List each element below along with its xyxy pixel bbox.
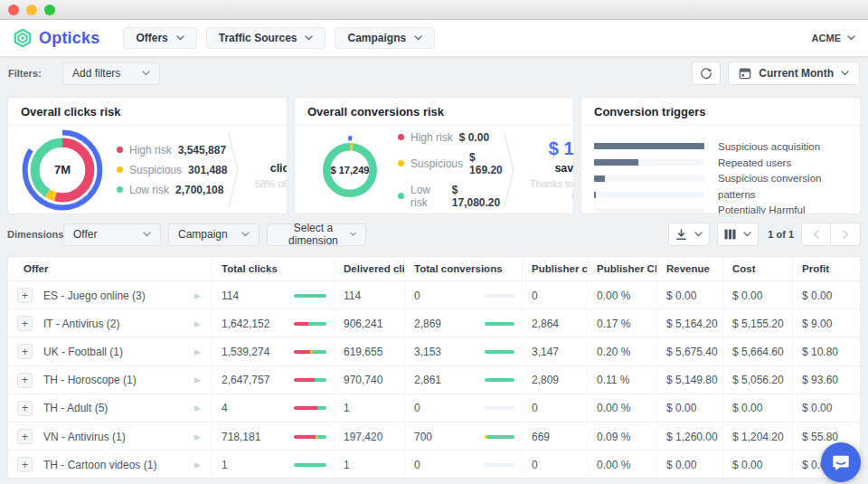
- row-drilldown-icon[interactable]: ▶: [194, 432, 201, 441]
- cost-value: $ 5,056.20: [732, 374, 784, 386]
- expand-row-button[interactable]: +: [17, 344, 33, 359]
- chevron-down-icon: [841, 71, 849, 76]
- intercom-chat-button[interactable]: [821, 442, 861, 482]
- calendar-icon: [739, 67, 751, 80]
- expand-row-button[interactable]: +: [17, 373, 33, 388]
- row-drilldown-icon[interactable]: ▶: [194, 375, 201, 384]
- opticks-logo-icon: [13, 28, 33, 48]
- total-conversions-value: 0: [414, 402, 420, 414]
- cost-value: $ 5,155.20: [732, 318, 784, 330]
- chat-bubble-icon: [831, 452, 851, 472]
- top-nav: Opticks Offers Traffic Sources Campaigns…: [0, 20, 868, 56]
- delivered-clicks-value: 619,655: [344, 346, 382, 358]
- columns-icon: [724, 229, 736, 240]
- profit-value: $ 55.80: [802, 431, 838, 443]
- low-risk-dot-icon: [398, 193, 404, 199]
- table-header: OfferTotal clicksDelivered clic...Total …: [8, 257, 860, 281]
- revenue-value: $ 5,675.40: [666, 346, 718, 358]
- chevron-down-icon: [142, 71, 150, 76]
- row-drilldown-icon[interactable]: ▶: [194, 319, 201, 328]
- dimension-select-2[interactable]: Campaign: [168, 223, 259, 246]
- revenue-value: $ 0.00: [666, 459, 696, 471]
- chevron-down-icon: [143, 232, 151, 237]
- offers-table: OfferTotal clicksDelivered clic...Total …: [7, 256, 861, 479]
- pagination-label: 1 of 1: [768, 229, 794, 240]
- trigger-label: Potentially Harmful Applications: [718, 203, 849, 214]
- refresh-button[interactable]: [692, 62, 721, 85]
- clicks-risk-donut: 7M: [21, 128, 104, 212]
- legend-item-high-risk: High risk 3,545,887: [117, 144, 227, 157]
- row-drilldown-icon[interactable]: ▶: [194, 347, 201, 356]
- next-page-button[interactable]: [831, 223, 861, 246]
- total-clicks-value: 2,647,757: [222, 374, 269, 386]
- row-drilldown-icon[interactable]: ▶: [194, 403, 201, 413]
- download-button[interactable]: [668, 223, 710, 246]
- previous-page-button[interactable]: [801, 223, 831, 246]
- nav-offers-label: Offers: [136, 32, 167, 44]
- expand-row-button[interactable]: +: [17, 288, 33, 303]
- legend-value: 301,488: [188, 164, 227, 176]
- table-row: +VN - Antivirus (1)▶718,181197,420700669…: [8, 422, 860, 451]
- window-close-button[interactable]: [8, 5, 19, 15]
- expand-row-button[interactable]: +: [17, 457, 33, 472]
- nav-menus: Offers Traffic Sources Campaigns: [123, 27, 435, 49]
- expand-row-button[interactable]: +: [17, 429, 33, 444]
- nav-offers-button[interactable]: Offers: [123, 27, 196, 49]
- offer-name: TH - Adult (5): [43, 402, 108, 414]
- highlight-subtext: 58% of clicks have been blocked: [245, 178, 288, 202]
- conv-risk-bar: [485, 294, 514, 298]
- total-conversions-value: 3,153: [414, 346, 441, 358]
- row-drilldown-icon[interactable]: ▶: [194, 460, 201, 470]
- publisher-conversions-value: 669: [532, 431, 550, 443]
- columns-button[interactable]: [717, 223, 759, 246]
- legend-value: $ 169.20: [469, 151, 503, 176]
- card-title: Conversion triggers: [581, 98, 860, 126]
- conv-risk-bar: [485, 435, 514, 439]
- publisher-cr-value: 0.09 %: [597, 431, 630, 443]
- dimension-select-1[interactable]: Offer: [63, 223, 161, 246]
- total-conversions-value: 0: [414, 459, 420, 471]
- window-zoom-button[interactable]: [44, 5, 55, 15]
- cost-value: $ 0.00: [732, 402, 762, 414]
- total-clicks-value: 4: [222, 402, 228, 414]
- legend-label: High risk: [410, 131, 453, 144]
- publisher-conversions-value: 0: [532, 402, 538, 414]
- date-range-select[interactable]: Current Month: [728, 62, 860, 85]
- highlight-label: saved cost: [521, 162, 574, 175]
- dimension-select-2-value: Campaign: [178, 228, 228, 241]
- clicks-risk-bar: [294, 406, 326, 410]
- expand-row-button[interactable]: +: [17, 316, 33, 331]
- dimension-select-1-value: Offer: [73, 228, 97, 241]
- conv-risk-bar: [485, 322, 514, 326]
- dimension-select-3[interactable]: Select a dimension: [267, 223, 366, 246]
- row-drilldown-icon[interactable]: ▶: [194, 291, 201, 300]
- total-conversions-value: 2,869: [414, 318, 441, 330]
- table-row: +UK - Football (1)▶1,539,274619,6553,153…: [8, 337, 860, 365]
- column-header: Publisher con...: [522, 257, 587, 281]
- total-clicks-value: 1,642,152: [222, 318, 269, 330]
- chevron-down-icon: [350, 232, 356, 237]
- opticks-logo[interactable]: Opticks: [13, 28, 99, 48]
- expand-row-button[interactable]: +: [17, 401, 33, 416]
- highlight-subtext: Thanks to your postback rules!: [521, 178, 574, 202]
- conv-risk-bar: [485, 350, 514, 354]
- column-header: Total clicks: [212, 257, 334, 281]
- nav-campaigns-label: Campaigns: [347, 32, 406, 44]
- total-conversions-value: 700: [414, 431, 432, 443]
- offer-name: TH - Horoscope (1): [43, 374, 137, 386]
- table-row: +ES - Juego online (3)▶114114000.00 %$ 0…: [8, 281, 860, 309]
- publisher-cr-value: 0.00 %: [597, 459, 630, 471]
- nav-traffic-sources-button[interactable]: Traffic Sources: [206, 27, 326, 49]
- add-filters-select[interactable]: Add filters: [62, 62, 160, 85]
- total-conversions-value: 0: [414, 289, 420, 302]
- conv-risk-bar: [485, 378, 514, 382]
- publisher-cr-value: 0.11 %: [597, 374, 629, 386]
- account-menu[interactable]: ACME: [812, 33, 855, 43]
- chevron-down-icon: [414, 35, 422, 41]
- publisher-conversions-value: 3,147: [532, 346, 559, 358]
- total-clicks-value: 1,539,274: [222, 346, 269, 358]
- conversions-risk-legend: High risk $ 0.00 Suspicious $ 169.20 Low…: [398, 131, 503, 209]
- window-minimize-button[interactable]: [26, 5, 37, 15]
- nav-campaigns-button[interactable]: Campaigns: [335, 27, 435, 49]
- publisher-cr-value: 0.17 %: [597, 318, 630, 330]
